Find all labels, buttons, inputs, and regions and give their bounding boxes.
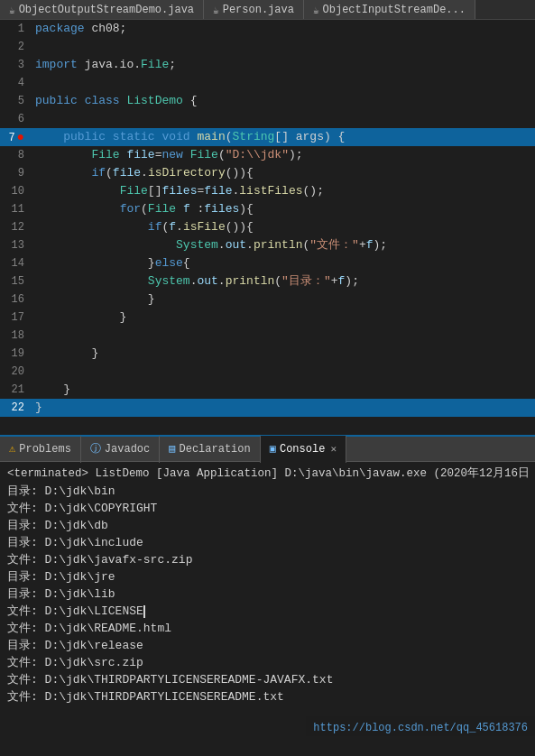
code-line-20: 20 (0, 363, 535, 381)
tab-declaration[interactable]: ▤ Declaration (160, 436, 260, 463)
line-content-3: import java.io.File; (32, 56, 535, 74)
decl-icon: ▤ (169, 442, 175, 456)
line-content-8: File file=new File("D:\\jdk"); (32, 146, 535, 164)
java-icon-3: ☕ (313, 5, 319, 16)
code-line-15: 15 System.out.println("目录："+f); (0, 272, 535, 290)
code-editor: 1 package ch08; 2 3 import java.io.File;… (0, 20, 535, 435)
code-line-6: 6 (0, 110, 535, 128)
console-area: <terminated> ListDemo [Java Application]… (0, 462, 535, 736)
line-num-4: 4 (0, 74, 32, 92)
line-num-5: 5 (0, 92, 32, 110)
line-num-17: 17 (0, 309, 32, 327)
line-num-8: 8 (0, 146, 32, 164)
console-output-line-8: 文件: D:\jdk\LICENSE (7, 603, 528, 620)
line-content-21: } (32, 381, 535, 399)
line-num-18: 18 (0, 327, 32, 345)
console-terminated-line: <terminated> ListDemo [Java Application]… (7, 466, 528, 481)
code-lines: 1 package ch08; 2 3 import java.io.File;… (0, 20, 535, 417)
console-output-line-12: 文件: D:\jdk\THIRDPARTYLICENSEREADME-JAVAF… (7, 671, 528, 688)
warning-icon: ⚠ (9, 442, 15, 456)
line-num-7: 7● (0, 128, 32, 146)
code-line-12: 12 if(f.isFile()){ (0, 218, 535, 236)
doc-icon: ⓙ (90, 441, 101, 456)
line-content-12: if(f.isFile()){ (32, 218, 535, 236)
line-num-6: 6 (0, 110, 32, 128)
line-num-2: 2 (0, 38, 32, 56)
code-line-7: 7● public static void main(String[] args… (0, 128, 535, 146)
console-output-line-1: 目录: D:\jdk\bin (7, 483, 528, 500)
tab-objectinputstream[interactable]: ☕ ObjectInputStreamDe... (304, 0, 475, 20)
code-line-8: 8 File file=new File("D:\\jdk"); (0, 146, 535, 164)
code-line-18: 18 (0, 327, 535, 345)
bottom-tab-bar: ⚠ Problems ⓙ Javadoc ▤ Declaration ▣ Con… (0, 435, 535, 462)
line-num-19: 19 (0, 345, 32, 363)
console-close-button[interactable]: ✕ (330, 443, 337, 455)
line-content-13: System.out.println("文件："+f); (32, 236, 535, 254)
console-output-line-2: 文件: D:\jdk\COPYRIGHT (7, 500, 528, 517)
console-output-line-4: 目录: D:\jdk\include (7, 534, 528, 551)
line-content-18 (32, 327, 535, 345)
line-content-16: } (32, 290, 535, 309)
line-num-21: 21 (0, 381, 32, 399)
line-content-22: } (32, 399, 535, 417)
line-num-3: 3 (0, 56, 32, 74)
console-output-line-7: 目录: D:\jdk\lib (7, 585, 528, 603)
line-num-16: 16 (0, 290, 32, 309)
console-output-line-5: 文件: D:\jdk\javafx-src.zip (7, 551, 528, 568)
line-num-20: 20 (0, 363, 32, 381)
line-content-15: System.out.println("目录："+f); (32, 272, 535, 290)
code-line-17: 17 } (0, 309, 535, 327)
tab-person[interactable]: ☕ Person.java (204, 0, 304, 20)
tab-console[interactable]: ▣ Console ✕ (261, 436, 346, 463)
line-content-17: } (32, 309, 535, 327)
line-content-19: } (32, 345, 535, 363)
line-content-20 (32, 363, 535, 381)
line-num-9: 9 (0, 164, 32, 182)
line-num-13: 13 (0, 236, 32, 254)
console-output-line-6: 目录: D:\jdk\jre (7, 568, 528, 585)
console-output-line-3: 目录: D:\jdk\db (7, 517, 528, 534)
code-line-16: 16 } (0, 290, 535, 309)
line-content-9: if(file.isDirectory()){ (32, 164, 535, 182)
line-content-7: public static void main(String[] args) { (32, 128, 535, 146)
code-line-9: 9 if(file.isDirectory()){ (0, 164, 535, 182)
code-line-22: 22 } (0, 399, 535, 417)
code-line-21: 21 } (0, 381, 535, 399)
line-content-10: File[]files=file.listFiles(); (32, 182, 535, 200)
code-line-13: 13 System.out.println("文件："+f); (0, 236, 535, 254)
line-num-14: 14 (0, 254, 32, 272)
code-line-5: 5 public class ListDemo { (0, 92, 535, 110)
code-line-10: 10 File[]files=file.listFiles(); (0, 182, 535, 200)
code-line-4: 4 (0, 74, 535, 92)
java-icon: ☕ (9, 5, 15, 16)
code-line-11: 11 for(File f :files){ (0, 200, 535, 218)
line-num-1: 1 (0, 20, 32, 38)
line-num-12: 12 (0, 218, 32, 236)
line-num-10: 10 (0, 182, 32, 200)
line-content-11: for(File f :files){ (32, 200, 535, 218)
line-content-1: package ch08; (32, 20, 535, 38)
line-content-6 (32, 110, 535, 128)
console-output-line-13: 文件: D:\jdk\THIRDPARTYLICENSEREADME.txt (7, 688, 528, 705)
line-content-4 (32, 74, 535, 92)
line-content-2 (32, 38, 535, 56)
console-icon: ▣ (270, 442, 276, 456)
java-icon-2: ☕ (213, 5, 219, 16)
line-num-15: 15 (0, 272, 32, 290)
code-line-1: 1 package ch08; (0, 20, 535, 38)
console-output-line-11: 文件: D:\jdk\src.zip (7, 654, 528, 671)
code-line-2: 2 (0, 38, 535, 56)
code-line-3: 3 import java.io.File; (0, 56, 535, 74)
console-output-line-9: 文件: D:\jdk\README.html (7, 620, 528, 637)
line-content-5: public class ListDemo { (32, 92, 535, 110)
tab-problems[interactable]: ⚠ Problems (0, 436, 81, 463)
editor-tab-bar: ☕ ObjectOutputStreamDemo.java ☕ Person.j… (0, 0, 535, 20)
bottom-panel: ⚠ Problems ⓙ Javadoc ▤ Declaration ▣ Con… (0, 435, 535, 736)
tab-javadoc[interactable]: ⓙ Javadoc (81, 436, 160, 463)
code-line-19: 19 } (0, 345, 535, 363)
code-line-14: 14 }else{ (0, 254, 535, 272)
line-num-22: 22 (0, 399, 32, 417)
tab-objectoutputstream[interactable]: ☕ ObjectOutputStreamDemo.java (0, 0, 204, 20)
line-num-11: 11 (0, 200, 32, 218)
watermark: https://blog.csdn.net/qq_45618376 (306, 716, 535, 736)
